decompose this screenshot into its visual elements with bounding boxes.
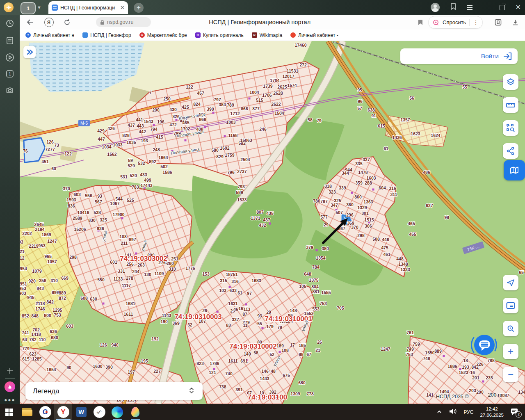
expand-sidebar-button[interactable] [23,46,36,58]
parcel-number: 1348 [398,262,408,267]
parcel-number: 7 [149,90,152,95]
building-marker [121,217,123,219]
bookmark-item[interactable]: reWikimapia [252,32,282,38]
ask-ai-menu-icon[interactable]: ⋮ [473,19,478,25]
bookmarks-panel-icon[interactable] [450,3,456,11]
parcel-number: 793 [237,184,245,189]
building-marker [443,355,445,357]
area-search-button[interactable] [503,120,518,136]
page-title: НСПД | Геоинформационный портал [209,15,310,30]
ask-ai-button[interactable]: Спросить ⋮ [428,16,483,29]
collections-icon[interactable] [493,15,503,30]
parcel-number: 337 [232,317,239,322]
parcel-number: 1034 [102,144,112,149]
parcel-number: 852 [22,313,29,318]
parcel-number: 860 [354,194,362,199]
chat-support-button[interactable] [470,331,499,359]
parcel-number: 830 [88,218,96,223]
parcel-number: 1295 [52,308,62,313]
screenshot-camera-icon[interactable] [5,85,15,95]
tabs-counter-icon[interactable]: 1 [5,69,15,79]
video-play-icon[interactable] [5,52,15,62]
bookmark-item[interactable]: ★Маркетплейс бре [139,32,187,38]
parcel-number: 443 [137,123,144,128]
tab-group-chevron-icon[interactable]: ▼ [37,5,41,10]
yandex-browser-icon[interactable]: Y [54,404,72,420]
minimize-button[interactable]: — [483,5,489,10]
legend-panel[interactable]: Легенда [25,382,203,400]
volume-icon[interactable] [449,408,457,417]
word-icon[interactable]: W [72,404,90,420]
parcel-number: 1003 [226,120,236,125]
history-icon[interactable] [5,19,14,28]
overview-map-button[interactable] [503,298,518,313]
new-tab-button[interactable]: + [134,3,144,13]
map-canvas[interactable]: М-5 75К-… 174602721153112017170417392625… [20,41,525,404]
parcel-number: 741 [22,330,29,335]
notes-icon[interactable] [5,36,14,45]
coordinate-search-button[interactable] [503,321,518,336]
zoom-in-button[interactable]: + [503,344,518,359]
legend-expand-icon[interactable] [188,386,195,396]
parcel-number: 10416 [77,210,89,215]
alice-pro-icon[interactable] [4,2,14,12]
keyboard-layout[interactable]: РУС [463,409,473,415]
snipping-tool-icon[interactable]: ✂ [90,404,108,420]
bookmark-item[interactable]: Личный кабинет - [290,32,338,38]
paint-app-icon[interactable] [126,404,144,420]
parcel-number: 425 [182,105,189,110]
consultant-app-icon[interactable]: C [36,404,54,420]
restore-button[interactable] [500,5,505,10]
tab-close-icon[interactable]: ✕ [120,5,125,11]
active-tab[interactable]: НСПД | Геоинформаци ✕ [48,1,128,14]
notifications-icon[interactable]: 2 [510,408,520,417]
parcel-number: 740 [225,371,233,376]
layers-button[interactable] [503,74,518,90]
parcel-number: 502 [160,164,168,169]
building-marker [262,327,264,329]
edge-icon[interactable] [108,404,126,420]
bookmark-flag-icon[interactable] [415,15,425,30]
parcel-number: 525 [127,198,134,203]
profile-avatar[interactable] [431,3,440,12]
tab-group-badge[interactable]: 1 [21,2,36,14]
browser-side-rail: 1 ●●● [0,15,20,404]
tray-chevron-icon[interactable] [436,409,442,416]
bookmark-item[interactable]: НСПД | Геоинфор [82,32,131,38]
geolocation-button[interactable] [503,275,518,290]
back-icon[interactable] [24,15,36,30]
more-options-icon[interactable]: ●●● [4,397,16,403]
add-panel-icon[interactable] [6,367,14,375]
parcel-number: 1631 [228,301,238,306]
file-explorer-icon[interactable] [18,404,36,420]
parcel-number: 90 [66,365,71,370]
close-button[interactable]: ✕ [516,4,521,11]
parcel-number: 794 [150,127,158,132]
parcel-number: 83 [226,323,231,328]
zoom-out-button[interactable]: − [503,367,518,382]
alice-assistant-icon[interactable] [5,381,15,392]
parcel-number: 58 [253,350,258,355]
clock[interactable]: 12:42 27.06.2025 [480,406,504,418]
measure-button[interactable] [503,97,518,113]
share-button[interactable] [503,143,518,159]
parcel-number: 1683 [251,278,261,283]
yandex-search-icon[interactable]: Я [43,15,55,30]
bookmark-item[interactable]: ⚙Купить оригиналь [195,32,244,38]
menu-icon[interactable] [467,5,472,10]
feedback-map-button[interactable] [504,160,525,180]
parcel-number: 311 [390,192,397,197]
bookmark-item[interactable]: *Личный кабинет н [25,32,74,38]
parcel-number: 248 [153,147,160,152]
parcel-number: 093 [20,240,23,244]
url-bar[interactable]: nspd.gov.ru [96,17,151,27]
downloads-icon[interactable] [510,15,520,30]
parcel-number: 507 [336,210,343,215]
parcel-number: 953 [20,286,26,291]
parcel-number: 881 [312,289,320,294]
login-button[interactable]: Войти [400,48,518,64]
parcel-number: 604 [379,185,386,190]
start-button[interactable] [0,404,18,420]
reload-icon[interactable] [61,15,73,30]
parcel-number: 465 [408,221,415,226]
